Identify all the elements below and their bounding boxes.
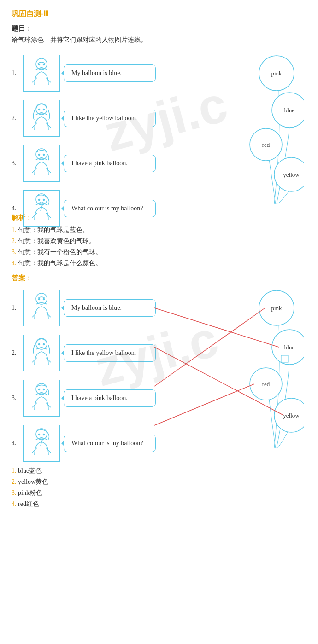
- person-rows: 1. My: [12, 52, 210, 235]
- analysis-num-3: 3.: [12, 249, 17, 255]
- answer-num-2: 2.: [12, 349, 21, 357]
- svg-point-25: [43, 344, 45, 345]
- svg-point-8: [43, 154, 45, 156]
- person-row-2: 2.: [12, 100, 210, 137]
- svg-point-30: [39, 434, 40, 435]
- svg-text:pink: pink: [271, 70, 282, 77]
- answer-speech-3: I have a pink balloon.: [64, 389, 156, 407]
- answer-balloons-svg: pink blue red yellow: [221, 287, 304, 453]
- svg-point-2: [43, 64, 45, 65]
- row-number-1: 1.: [12, 70, 21, 77]
- balloons-area: pink blue red yellow: [221, 52, 304, 209]
- person-icon-4: [28, 192, 55, 225]
- speech-bubble-1: My balloon is blue.: [64, 64, 156, 82]
- answer-person-icon-1: [28, 292, 55, 324]
- person-icon-2: [28, 102, 55, 134]
- speech-bubble-2: I like the yellow balloon.: [64, 110, 156, 127]
- answer-speech-text-4: What colour is my balloon?: [71, 440, 143, 447]
- exercise-area: 1. My: [12, 52, 306, 204]
- answer-speech-1: My balloon is blue.: [64, 299, 156, 317]
- analysis-text-2: 句意：我喜欢黄色的气球。: [18, 238, 95, 244]
- analysis-num-2: 2.: [12, 238, 17, 244]
- answer-item-num-4: 4.: [12, 500, 17, 507]
- answer-num-1: 1.: [12, 304, 21, 312]
- speech-bubble-3: I have a pink balloon.: [64, 155, 156, 172]
- answer-exercise-area: 1. My balloon: [12, 287, 306, 458]
- answer-person-rows: 1. My balloon: [12, 287, 210, 470]
- answer-speech-text-1: My balloon is blue.: [71, 304, 122, 311]
- speech-text-4: What colour is my balloon?: [71, 205, 143, 212]
- answer-person-box-3: [23, 380, 60, 417]
- row-number-3: 3.: [12, 160, 21, 167]
- analysis-text-3: 句意：我有一个粉色的气球。: [18, 249, 102, 255]
- answer-person-icon-2: [28, 337, 55, 369]
- answer-item-text-3: pink粉色: [18, 489, 42, 496]
- answer-item-3: 3. pink粉色: [12, 489, 306, 497]
- answer-speech-text-2: I like the yellow balloon.: [71, 349, 136, 356]
- row-number-4: 4.: [12, 205, 21, 212]
- svg-point-28: [43, 389, 45, 390]
- svg-text:yellow: yellow: [283, 171, 300, 178]
- svg-point-10: [39, 199, 40, 201]
- balloons-svg: pink blue red yellow: [221, 52, 304, 209]
- answer-list: 1. blue蓝色 2. yellow黄色 3. pink粉色 4. red红色: [12, 467, 306, 508]
- answer-person-box-4: [23, 425, 60, 462]
- svg-point-31: [43, 434, 45, 435]
- answer-person-icon-3: [28, 382, 55, 414]
- answer-speech-2: I like the yellow balloon.: [64, 344, 156, 362]
- answer-person-box-1: [23, 290, 60, 326]
- svg-point-7: [39, 154, 40, 156]
- answer-num-4: 4.: [12, 440, 21, 447]
- analysis-item-3: 3. 句意：我有一个粉色的气球。: [12, 248, 306, 256]
- svg-text:red: red: [262, 141, 270, 148]
- speech-text-1: My balloon is blue.: [71, 70, 122, 76]
- svg-text:yellow: yellow: [283, 412, 300, 419]
- person-box-2: [23, 100, 60, 137]
- answer-item-2: 2. yellow黄色: [12, 478, 306, 486]
- answer-item-num-2: 2.: [12, 478, 17, 485]
- answer-row-2: 2.: [12, 335, 210, 371]
- svg-point-22: [43, 299, 45, 300]
- instruction-text: 给气球涂色，并将它们跟对应的人物图片连线。: [12, 36, 306, 44]
- speech-text-3: I have a pink balloon.: [71, 160, 128, 167]
- answer-row-4: 4.: [12, 425, 210, 462]
- answer-row-3: 3.: [12, 380, 210, 417]
- answer-speech-4: What colour is my balloon?: [64, 435, 156, 452]
- person-box-3: [23, 145, 60, 182]
- svg-point-27: [39, 389, 40, 390]
- answer-speech-text-3: I have a pink balloon.: [71, 395, 128, 401]
- person-row-4: 4.: [12, 190, 210, 227]
- answer-person-box-2: [23, 335, 60, 371]
- speech-text-2: I like the yellow balloon.: [71, 115, 136, 122]
- svg-point-1: [39, 64, 40, 65]
- svg-text:red: red: [262, 381, 270, 388]
- answer-num-3: 3.: [12, 395, 21, 402]
- svg-text:blue: blue: [284, 344, 295, 351]
- answer-item-4: 4. red红色: [12, 500, 306, 508]
- analysis-item-2: 2. 句意：我喜欢黄色的气球。: [12, 237, 306, 245]
- row-number-2: 2.: [12, 115, 21, 122]
- svg-point-24: [39, 344, 40, 345]
- answer-title: 答案：: [12, 274, 306, 283]
- person-box-4: [23, 190, 60, 227]
- svg-point-4: [39, 109, 40, 110]
- svg-point-21: [39, 299, 40, 300]
- page-title: 巩固自测-Ⅲ: [12, 9, 306, 19]
- svg-point-11: [43, 199, 45, 201]
- analysis-item-4: 4. 句意：我的气球是什么颜色。: [12, 259, 306, 267]
- analysis-text-4: 句意：我的气球是什么颜色。: [18, 260, 102, 267]
- answer-row-1: 1. My balloon: [12, 290, 210, 326]
- person-icon-1: [28, 57, 55, 89]
- answer-item-text-2: yellow黄色: [18, 478, 48, 485]
- section-label: 题目：: [12, 24, 306, 33]
- answer-item-text-4: red红色: [18, 500, 39, 507]
- answer-item-num-3: 3.: [12, 489, 17, 496]
- svg-text:pink: pink: [271, 305, 282, 312]
- person-box-1: [23, 55, 60, 92]
- person-icon-3: [28, 147, 55, 180]
- answer-person-icon-4: [28, 427, 55, 459]
- person-row-1: 1. My: [12, 55, 210, 92]
- person-row-3: 3.: [12, 145, 210, 182]
- analysis-num-4: 4.: [12, 260, 17, 267]
- svg-text:blue: blue: [284, 107, 295, 114]
